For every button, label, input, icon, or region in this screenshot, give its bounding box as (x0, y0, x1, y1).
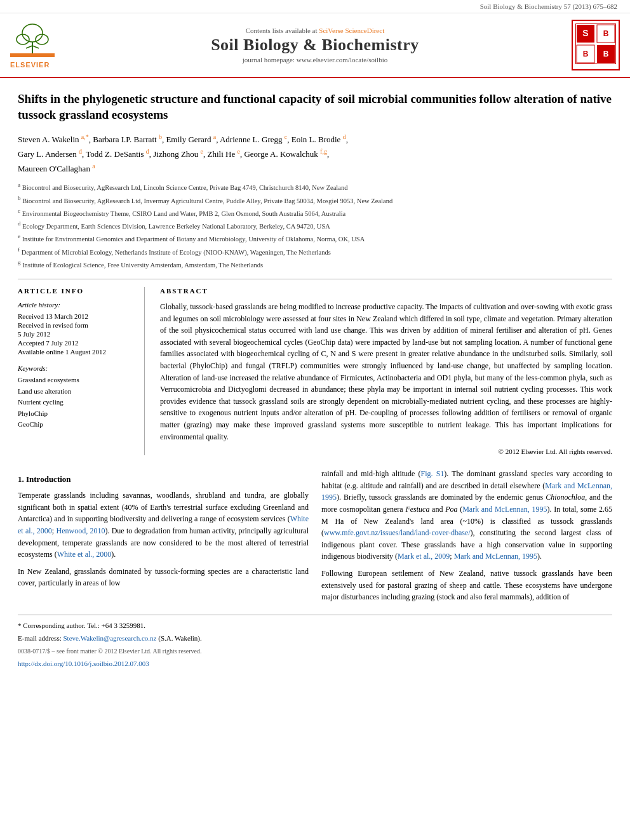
authors-line: Steven A. Wakelin a,*, Barbara I.P. Barr… (18, 132, 612, 176)
journal-title-area: Contents lists available at SciVerse Sci… (67, 27, 563, 63)
received-revised-label: Received in revised form (18, 321, 134, 329)
author-sep4: , Eoin L. Brodie (287, 135, 342, 144)
article-info-abstract-section: Article Info Article history: Received 1… (18, 279, 612, 455)
sbb-logo-box: S B B B (572, 20, 620, 70)
elsevier-wordmark: ELSEVIER (10, 61, 50, 69)
journal-reference-bar: Soil Biology & Biochemistry 57 (2013) 67… (0, 0, 630, 13)
author-sep9: , George A. Kowalchuk (240, 149, 320, 159)
ref-white2000b[interactable]: White et al., 2000 (57, 550, 112, 559)
author-sep6: , Todd Z. DeSantis (82, 149, 146, 159)
revised-date: 5 July 2012 (18, 330, 134, 338)
ref-mark1995c[interactable]: Mark and McLennan, 1995 (454, 552, 537, 561)
intro-para-right1: rainfall and mid-high altitude (Fig. S1)… (321, 468, 612, 563)
svg-text:B: B (603, 50, 609, 58)
svg-line-5 (26, 46, 32, 48)
affil-a: a Biocontrol and Biosecurity, AgResearch… (18, 181, 612, 192)
main-content: 1. Introduction Temperate grasslands inc… (0, 468, 630, 608)
svg-text:S: S (582, 28, 588, 38)
elsevier-logo-area: ELSEVIER (10, 22, 61, 69)
affil-g: g Institute of Ecological Science, Free … (18, 258, 612, 270)
keywords-label: Keywords: (18, 364, 134, 372)
ref-fig-s1[interactable]: Fig. S1 (421, 469, 445, 478)
affiliations: a Biocontrol and Biosecurity, AgResearch… (18, 181, 612, 270)
keyword-5: GeoChip (18, 419, 134, 430)
accepted-date: Accepted 7 July 2012 (18, 339, 134, 347)
issn-line: 0038-0717/$ – see front matter © 2012 El… (18, 646, 612, 656)
ref-mfe-url[interactable]: www.mfe.govt.nz/issues/land/land-cover-d… (324, 528, 471, 537)
journal-ref-text: Soil Biology & Biochemistry 57 (2013) 67… (480, 3, 617, 10)
footnote-email: E-mail address: Steve.Wakelin@agresearch… (18, 633, 612, 644)
keywords-list: Grassland ecosystems Land use alteration… (18, 375, 134, 430)
svg-line-6 (32, 46, 39, 48)
ref-mark1995b[interactable]: Mark and McLennan, 1995 (462, 505, 547, 514)
history-label: Article history: (18, 301, 134, 309)
abstract-column: Abstract Globally, tussock-based grassla… (160, 287, 612, 455)
footnote-section: * Corresponding author. Tel.: +64 3 3259… (18, 615, 612, 669)
abstract-heading: Abstract (160, 287, 612, 295)
svg-text:B: B (583, 50, 589, 58)
sciverse-link[interactable]: SciVerse ScienceDirect (319, 27, 384, 34)
affil-b: b Biocontrol and Biosecurity, AgResearch… (18, 194, 612, 206)
abstract-text: Globally, tussock-based grasslands are b… (160, 301, 612, 443)
footnote-corresponding: * Corresponding author. Tel.: +64 3 3259… (18, 620, 612, 631)
author-sep1: , Barbara I.P. Barratt (89, 135, 159, 144)
intro-para1: Temperate grasslands including savannas,… (18, 490, 309, 561)
affil-c: c Environmental Biogeochemistry Theme, C… (18, 207, 612, 218)
affil-d: d Ecology Department, Earth Sciences Div… (18, 220, 612, 231)
email-link[interactable]: Steve.Wakelin@agresearch.co.nz (63, 634, 156, 642)
contents-text: Contents lists available at (246, 27, 318, 34)
journal-header: ELSEVIER Contents lists available at Sci… (0, 13, 630, 78)
introduction-heading: 1. Introduction (18, 474, 309, 484)
received-date: Received 13 March 2012 (18, 312, 134, 320)
article-info-column: Article Info Article history: Received 1… (18, 287, 145, 455)
sciverse-line: Contents lists available at SciVerse Sci… (67, 27, 563, 34)
svg-rect-0 (10, 53, 55, 57)
intro-para-right2: Following European settlement of New Zea… (321, 568, 612, 603)
author-sep2: , Emily Gerard (162, 135, 213, 144)
page: Soil Biology & Biochemistry 57 (2013) 67… (0, 0, 630, 840)
journal-homepage: journal homepage: www.elsevier.com/locat… (67, 56, 563, 63)
affil-e: e Institute for Environmental Genomics a… (18, 232, 612, 244)
affil-f: f Department of Microbial Ecology, Nethe… (18, 246, 612, 257)
available-date: Available online 1 August 2012 (18, 348, 134, 356)
svg-point-1 (22, 24, 43, 42)
abstract-paragraph: Globally, tussock-based grasslands are b… (160, 301, 612, 443)
keyword-1: Grassland ecosystems (18, 375, 134, 386)
main-left-column: 1. Introduction Temperate grasslands inc… (18, 468, 309, 608)
svg-text:B: B (603, 29, 609, 38)
keyword-2: Land use alteration (18, 386, 134, 397)
article-body: Shifts in the phylogenetic structure and… (0, 78, 630, 469)
author-steven: Steven A. Wakelin (18, 135, 81, 144)
elsevier-tree-icon (10, 22, 55, 60)
ref-mark2009[interactable]: Mark et al., 2009 (398, 552, 450, 561)
keyword-4: PhyloChip (18, 408, 134, 420)
author-sep3: , Adrienne L. Gregg (216, 135, 285, 144)
doi-link[interactable]: http://dx.doi.org/10.1016/j.soilbio.2012… (18, 660, 149, 667)
copyright-line: © 2012 Elsevier Ltd. All rights reserved… (160, 448, 612, 455)
keywords-section: Keywords: Grassland ecosystems Land use … (18, 364, 134, 430)
doi-line: http://dx.doi.org/10.1016/j.soilbio.2012… (18, 658, 612, 669)
article-title: Shifts in the phylogenetic structure and… (18, 91, 612, 123)
intro-para2: In New Zealand, grasslands dominated by … (18, 566, 309, 589)
keyword-3: Nutrient cycling (18, 397, 134, 408)
sbb-journal-icon: S B B B (575, 23, 616, 64)
sbb-logo-area: S B B B (569, 20, 620, 70)
main-right-column: rainfall and mid-high altitude (Fig. S1)… (321, 468, 612, 608)
author-sep8: , Zhili He (203, 149, 237, 159)
author-sep7: , Jizhong Zhou (149, 149, 201, 159)
ref-henwood2010[interactable]: Henwood, 2010 (56, 526, 105, 535)
journal-title: Soil Biology & Biochemistry (67, 36, 563, 55)
article-info-heading: Article Info (18, 287, 134, 295)
